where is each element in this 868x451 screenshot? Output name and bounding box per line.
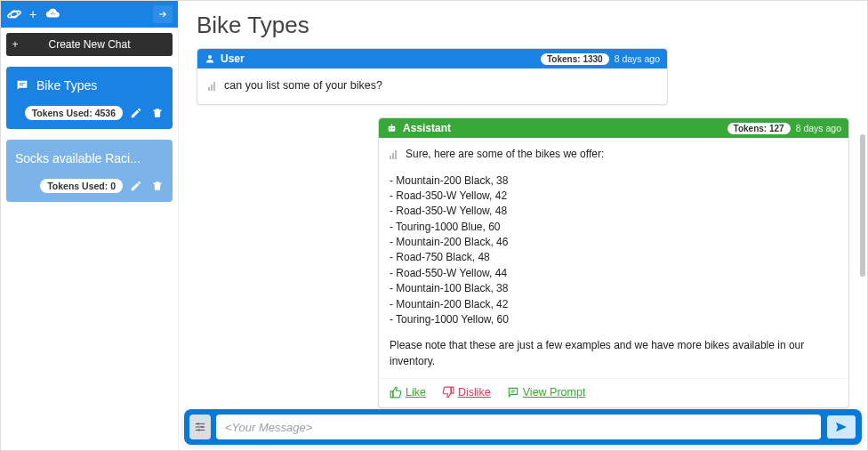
composer-options-button[interactable] (189, 415, 211, 439)
role-label: User (221, 52, 245, 65)
planet-icon (6, 6, 22, 22)
view-prompt-label: View Prompt (523, 386, 586, 399)
svg-point-7 (208, 55, 212, 59)
messages-list: User Tokens: 1330 8 days ago can you (179, 44, 867, 450)
main-panel: Bike Types User Tokens: 1330 8 days ago (179, 1, 867, 450)
page-title: Bike Types (179, 1, 867, 44)
message-input[interactable] (216, 415, 821, 439)
svg-rect-9 (211, 85, 213, 91)
sliders-icon (194, 421, 206, 433)
message-header: User Tokens: 1330 8 days ago (197, 49, 667, 68)
svg-rect-6 (20, 85, 24, 85)
sidebar: + + Create New Chat Bike Types Tokens Us… (1, 1, 179, 450)
edit-icon[interactable] (130, 107, 142, 119)
svg-rect-16 (392, 153, 394, 159)
create-new-chat-button[interactable]: + Create New Chat (6, 33, 173, 56)
plus-icon: + (6, 38, 24, 51)
tokens-pill: Tokens: 1330 (541, 53, 609, 65)
arrow-right-icon (157, 9, 168, 20)
svg-rect-2 (51, 12, 52, 14)
message-composer (184, 409, 862, 445)
dislike-button[interactable]: Dislike (442, 386, 491, 399)
list-item: - Mountain-200 Black, 38 (390, 173, 838, 189)
svg-rect-15 (390, 156, 391, 159)
message-time: 8 days ago (615, 53, 660, 64)
svg-rect-10 (213, 82, 215, 91)
edit-icon[interactable] (130, 180, 142, 192)
scrollbar-track[interactable] (858, 28, 865, 406)
user-message-text: can you list some of your bikes? (224, 77, 382, 93)
signal-icon (208, 79, 217, 95)
send-icon (834, 420, 848, 434)
tokens-pill: Tokens: 127 (727, 123, 791, 134)
svg-rect-18 (196, 423, 205, 424)
message-header: Assistant Tokens: 127 8 days ago (379, 118, 848, 138)
signal-icon (390, 149, 398, 164)
list-item: - Mountain-100 Black, 38 (390, 281, 838, 296)
create-new-chat-label: Create New Chat (24, 38, 173, 51)
list-item: - Road-350-W Yellow, 42 (390, 189, 838, 204)
message-user: User Tokens: 1330 8 days ago can you (197, 48, 668, 105)
app-logo (6, 6, 22, 22)
bike-list: - Mountain-200 Black, 38 - Road-350-W Ye… (390, 173, 838, 328)
thumbs-down-icon (442, 386, 454, 399)
app-shell: + + Create New Chat Bike Types Tokens Us… (0, 0, 868, 451)
plus-icon: + (29, 7, 36, 21)
svg-point-13 (392, 127, 394, 129)
view-prompt-button[interactable]: View Prompt (507, 386, 586, 399)
list-item: - Touring-1000 Blue, 60 (390, 220, 838, 235)
svg-rect-4 (55, 13, 56, 15)
like-label: Like (406, 386, 426, 399)
svg-point-1 (7, 10, 21, 19)
svg-rect-3 (52, 12, 53, 14)
message-assistant: Assistant Tokens: 127 8 days ago Sure (378, 117, 849, 408)
list-item: - Road-550-W Yellow, 44 (390, 266, 838, 281)
svg-point-23 (198, 429, 200, 431)
send-button[interactable] (826, 415, 856, 439)
assistant-note: Please note that these are just a few ex… (390, 338, 838, 369)
delete-icon[interactable] (151, 107, 164, 119)
thumbs-up-icon (390, 386, 402, 399)
tokens-pill: Tokens Used: 0 (40, 179, 123, 193)
chat-icon (15, 78, 29, 93)
cloud-icon (44, 5, 63, 24)
tokens-pill: Tokens Used: 4536 (25, 106, 123, 120)
message-actions: Like Dislike View Prompt (379, 378, 848, 407)
user-icon (205, 53, 215, 64)
list-item: - Road-750 Black, 48 (390, 250, 838, 265)
svg-point-21 (197, 423, 199, 424)
svg-rect-11 (389, 125, 396, 131)
like-button[interactable]: Like (390, 386, 426, 399)
chat-card[interactable]: Socks available Raci... Tokens Used: 0 (6, 140, 173, 202)
svg-rect-17 (395, 150, 397, 159)
svg-rect-5 (20, 83, 26, 84)
list-item: - Mountain-200 Black, 42 (390, 297, 838, 312)
svg-point-12 (390, 127, 391, 129)
scrollbar-thumb[interactable] (860, 134, 865, 277)
chat-title: Socks available Raci... (15, 151, 141, 165)
delete-icon[interactable] (151, 180, 164, 192)
svg-rect-14 (391, 124, 392, 125)
chat-card-active[interactable]: Bike Types Tokens Used: 4536 (6, 67, 173, 129)
svg-rect-19 (196, 426, 205, 427)
prompt-icon (507, 386, 519, 399)
svg-rect-8 (208, 87, 210, 91)
dislike-label: Dislike (458, 386, 491, 399)
list-item: - Touring-1000 Yellow, 60 (390, 312, 838, 327)
svg-point-22 (201, 426, 203, 428)
message-time: 8 days ago (796, 123, 841, 133)
sidebar-header: + (1, 1, 178, 28)
robot-icon (386, 123, 398, 134)
list-item: - Mountain-200 Black, 46 (390, 235, 838, 250)
role-label: Assistant (403, 122, 451, 134)
list-item: - Road-350-W Yellow, 48 (390, 204, 838, 219)
assistant-intro: Sure, here are some of the bikes we offe… (406, 147, 604, 162)
sidebar-collapse-button[interactable] (153, 5, 173, 23)
chat-title: Bike Types (36, 78, 97, 93)
